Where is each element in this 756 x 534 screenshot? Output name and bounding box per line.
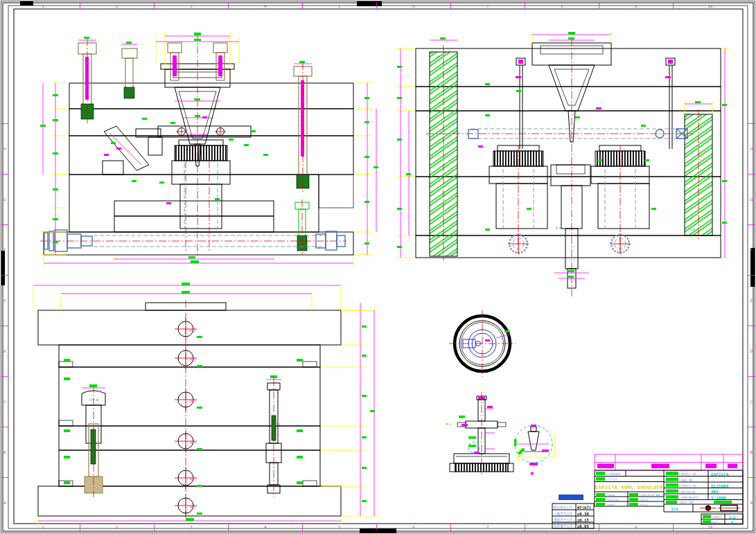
zone-letter: E <box>3 299 6 303</box>
view-front-section <box>40 32 378 267</box>
zone-letter: B <box>3 450 6 454</box>
view-plan-elevation: M12 M12 M12 M12 M12 M12 STP-B P.L <box>33 283 378 525</box>
zone-letter: G <box>750 197 753 202</box>
zone-number: 9 <box>635 525 637 529</box>
sign-label: DRAW <box>607 494 615 497</box>
zone-number: 6 <box>412 525 414 529</box>
annotation-ko: K.O <box>556 226 561 230</box>
tolerance-row-value: H7(h7) <box>577 506 591 510</box>
zone-number: 10 <box>708 525 713 529</box>
tolerance-row-value: ±0.05 <box>577 524 589 528</box>
sign-label: DATE <box>640 499 648 502</box>
zone-letter: A <box>750 501 753 505</box>
annotation-pl: P.L <box>275 422 281 426</box>
zone-number: 9 <box>635 4 637 8</box>
sign-date: 15.01.07 <box>650 494 666 497</box>
company-label: COMPANY <box>608 472 622 476</box>
bolt-callout: M12 <box>190 506 195 509</box>
zone-letter: D <box>750 349 753 353</box>
annotation-cp: CP <box>436 55 440 59</box>
view-side-section: CP LP K.O <box>396 32 729 298</box>
unit-label: UNIT MM <box>680 501 694 504</box>
zone-number: 2 <box>116 4 118 8</box>
field-label-dwg-no: DWG NO <box>681 479 693 482</box>
third-angle-projection-icon <box>700 504 740 512</box>
zone-letter: F <box>3 248 6 252</box>
zone-letter: H <box>750 147 753 151</box>
bolt-callout: M12 <box>190 400 195 403</box>
scale-value: 1=1 <box>671 506 678 511</box>
field-label-material: MATERIAL <box>681 490 696 494</box>
title-label: TITLE <box>608 478 617 481</box>
rev-label: REV <box>712 521 719 524</box>
zone-number: 4 <box>264 4 267 8</box>
tolerance-row-label: 一般尺寸公差 <box>554 512 573 516</box>
zone-number: 1 <box>42 525 44 529</box>
zone-number: 10 <box>708 4 713 8</box>
zone-letter: G <box>3 197 6 202</box>
field-value-model-no: EAP217A <box>711 472 729 477</box>
field-label-shrinkage: SHRINKAGE <box>681 496 698 499</box>
sheet-label: SHEET <box>712 515 722 519</box>
field-value-material: ABS <box>711 489 719 494</box>
sign-label: APPD <box>607 504 615 507</box>
view-part-section: P.L <box>446 392 513 474</box>
bolt-callout: M12 <box>190 478 195 481</box>
title-block: COMPANY TITLE EAP217A 40ML SHOULDER DRAW… <box>595 454 743 524</box>
tolerance-table-header-bar <box>559 495 583 500</box>
tolerance-row-value: ±0.15 <box>577 518 589 522</box>
view-part-top <box>449 310 516 377</box>
zone-number: 2 <box>116 525 118 529</box>
field-value-mould-no: ELJ5009 <box>711 483 729 488</box>
sheet-value: 1/1 <box>729 515 735 519</box>
zone-band: 1 2 3 4 5 6 7 8 9 10 1 2 3 4 5 6 7 8 9 1… <box>1 2 755 531</box>
annotation-pl-part: P.L <box>446 422 452 426</box>
zone-number: 8 <box>561 4 563 8</box>
sign-label: DESIGN <box>607 499 619 502</box>
zone-number: 7 <box>486 525 489 529</box>
annotation-lp: LP <box>691 228 695 231</box>
bolt-callout: M12 <box>190 441 195 445</box>
zone-letter: C <box>750 400 753 404</box>
zone-letter: B <box>750 450 753 454</box>
zone-number: 6 <box>412 4 414 8</box>
zone-letter: F <box>750 248 753 252</box>
detail-star-marker: ✱ <box>530 470 534 477</box>
rev-value: A <box>731 520 733 524</box>
zone-letter: A <box>3 501 6 505</box>
zone-number: 5 <box>338 525 340 529</box>
field-label-model-no: MODEL NO <box>681 472 696 476</box>
tolerance-row-label: 配合部分公差 <box>554 506 573 510</box>
tolerance-row-value: ±0.30 <box>577 512 589 516</box>
tolerance-row-label: 精密尺寸公差 <box>554 524 573 528</box>
zone-number: 3 <box>190 4 192 8</box>
zone-letter: D <box>3 349 6 353</box>
cad-drawing: 1 2 3 4 5 6 7 8 9 10 1 2 3 4 5 6 7 8 9 1… <box>0 0 756 534</box>
zone-number: 3 <box>190 525 192 529</box>
sign-label: DATE <box>640 504 648 507</box>
zone-number: 7 <box>486 4 489 8</box>
view-detail-a: ✱ <box>514 425 556 477</box>
zone-number: 5 <box>338 4 340 8</box>
sign-label: CHECK <box>640 494 650 497</box>
zone-number: 1 <box>42 4 44 8</box>
field-value-shrinkage: 5/1000 <box>711 495 726 500</box>
drawing-title: EAP217A 40ML SHOULDER <box>595 485 664 490</box>
field-label-mould-no: MOULD NO <box>681 484 696 488</box>
zone-letter: E <box>750 299 753 303</box>
drawing-frame <box>1 1 755 534</box>
cad-sheet: 1 2 3 4 5 6 7 8 9 10 1 2 3 4 5 6 7 8 9 1… <box>0 0 756 534</box>
bolt-callout: M12 <box>190 329 195 332</box>
bolt-callout: M12 <box>190 358 195 362</box>
zone-letter: H <box>3 147 6 151</box>
tolerance-row-label: 重要尺寸公差 <box>554 517 573 522</box>
zone-letter: C <box>3 400 6 404</box>
